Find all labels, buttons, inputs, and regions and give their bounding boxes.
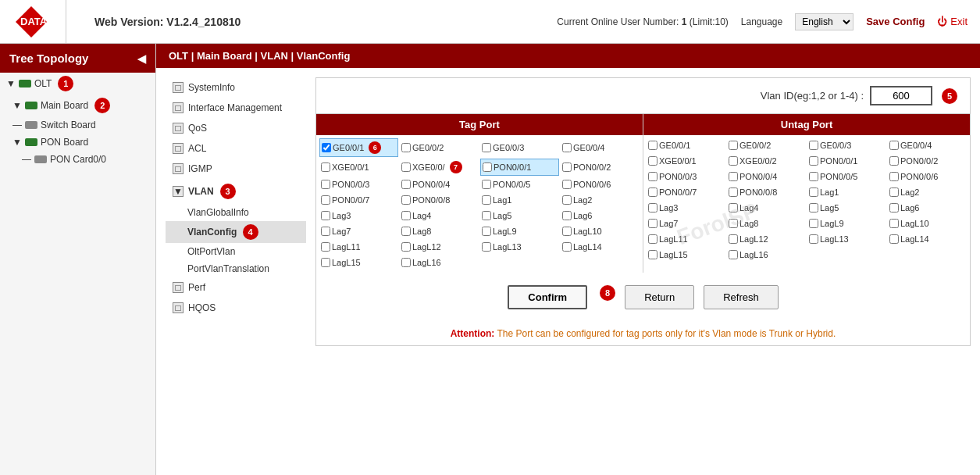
untag-port-pon004[interactable]: PON0/0/4 [727, 170, 806, 184]
untag-port-pon003[interactable]: PON0/0/3 [647, 170, 725, 184]
return-button[interactable]: Return [625, 285, 694, 309]
untag-port-lag4[interactable]: Lag4 [727, 201, 806, 215]
tag-port-pon008[interactable]: PON0/0/8 [400, 193, 479, 207]
untag-port-lag4-checkbox[interactable] [729, 203, 738, 212]
tag-port-pon008-checkbox[interactable] [401, 195, 411, 205]
untag-port-lag1-checkbox[interactable] [809, 188, 818, 197]
vlan-id-input[interactable] [870, 86, 932, 105]
untag-port-pon001-checkbox[interactable] [809, 156, 818, 166]
tag-port-pon007-checkbox[interactable] [321, 195, 330, 205]
tag-port-lag7[interactable]: Lag7 [319, 224, 398, 238]
tag-port-lagl10[interactable]: LagL10 [561, 224, 640, 238]
untag-port-xge001-checkbox[interactable] [648, 156, 657, 166]
untag-port-lag6-checkbox[interactable] [889, 203, 899, 212]
nav-hqos[interactable]: □ HQOS [166, 298, 306, 318]
tag-port-lagl9-checkbox[interactable] [482, 227, 491, 236]
untag-port-lag5[interactable]: Lag5 [807, 201, 886, 215]
untag-port-ge004-checkbox[interactable] [889, 141, 899, 150]
untag-port-pon002[interactable]: PON0/0/2 [888, 154, 967, 168]
untag-port-lagl12-checkbox[interactable] [729, 234, 738, 244]
nav-igmp[interactable]: □ IGMP [166, 159, 306, 179]
tag-port-lag5[interactable]: Lag5 [480, 209, 559, 223]
tag-port-xge000-checkbox[interactable] [401, 162, 411, 172]
tag-port-pon005-checkbox[interactable] [482, 180, 491, 189]
tag-port-lag4[interactable]: Lag4 [400, 209, 479, 223]
tag-port-lagl11-checkbox[interactable] [321, 242, 330, 252]
untag-port-pon005[interactable]: PON0/0/5 [807, 170, 886, 184]
tag-port-lag3-checkbox[interactable] [321, 211, 330, 220]
collapse-icon[interactable]: ◀ [137, 52, 146, 65]
tag-port-xge001[interactable]: XGE0/0/1 [319, 159, 398, 176]
untag-port-lagl10-checkbox[interactable] [889, 219, 899, 228]
untag-port-ge003[interactable]: GE0/0/3 [807, 138, 886, 152]
tag-port-lagl9[interactable]: LagL9 [480, 224, 559, 238]
tag-port-lag3[interactable]: Lag3 [319, 209, 398, 223]
untag-port-lag8[interactable]: Lag8 [727, 216, 806, 230]
untag-port-lagl14[interactable]: LagL14 [888, 232, 967, 246]
tag-port-lagl11[interactable]: LagL11 [319, 240, 398, 254]
untag-port-xge002[interactable]: XGE0/0/2 [727, 154, 806, 168]
tag-port-pon003[interactable]: PON0/0/3 [319, 177, 398, 191]
nav-oltportvlan[interactable]: OltPortVlan [166, 243, 306, 260]
nav-portvlantranslation[interactable]: PortVlanTranslation [166, 260, 306, 277]
untag-port-lag7[interactable]: Lag7 [647, 216, 725, 230]
untag-port-lagl10[interactable]: LagL10 [888, 216, 967, 230]
save-config-link[interactable]: Save Config [866, 16, 925, 27]
untag-port-lagl15-checkbox[interactable] [648, 250, 657, 259]
tag-port-lagl14[interactable]: LagL14 [561, 240, 640, 254]
nav-perf[interactable]: □ Perf [166, 277, 306, 298]
tag-port-pon001-checkbox[interactable] [483, 162, 492, 172]
tag-port-ge001-checkbox[interactable] [322, 143, 331, 152]
untag-port-pon004-checkbox[interactable] [729, 172, 738, 181]
untag-port-lag2-checkbox[interactable] [889, 188, 899, 197]
tag-port-lagl15[interactable]: LagL15 [319, 255, 398, 270]
untag-port-lagl13[interactable]: LagL13 [807, 232, 886, 246]
tag-port-ge002-checkbox[interactable] [401, 143, 411, 152]
untag-port-lagl16[interactable]: LagL16 [727, 248, 806, 262]
tag-port-ge004[interactable]: GE0/0/4 [561, 138, 640, 157]
untag-port-ge001-checkbox[interactable] [648, 141, 657, 150]
untag-port-ge004[interactable]: GE0/0/4 [888, 138, 967, 152]
refresh-button[interactable]: Refresh [704, 285, 779, 309]
untag-port-xge001[interactable]: XGE0/0/1 [647, 154, 725, 168]
tag-port-xge001-checkbox[interactable] [321, 162, 330, 172]
tag-port-lagl10-checkbox[interactable] [562, 227, 572, 236]
tag-port-lag6-checkbox[interactable] [562, 211, 572, 220]
sidebar-item-poncard[interactable]: — PON Card0/0 [0, 151, 155, 168]
untag-port-pon007[interactable]: PON0/0/7 [647, 185, 725, 199]
tag-port-lag5-checkbox[interactable] [482, 211, 491, 220]
nav-vlan[interactable]: ▼ VLAN 3 [166, 179, 306, 204]
tag-port-pon004[interactable]: PON0/0/4 [400, 177, 479, 191]
tag-port-lag8-checkbox[interactable] [401, 227, 411, 236]
sidebar-item-mainboard[interactable]: ▼ Main Board 2 [0, 95, 155, 116]
tag-port-lagl12-checkbox[interactable] [401, 242, 411, 252]
untag-port-lagl11[interactable]: LagL11 [647, 232, 725, 246]
tag-port-pon005[interactable]: PON0/0/5 [480, 177, 559, 191]
untag-port-lagl12[interactable]: LagL12 [727, 232, 806, 246]
nav-qos[interactable]: □ QoS [166, 118, 306, 138]
tag-port-pon002[interactable]: PON0/0/2 [561, 159, 640, 176]
nav-vlanconfig[interactable]: VlanConfig 4 [166, 221, 306, 243]
tag-port-ge004-checkbox[interactable] [562, 143, 572, 152]
tag-port-pon004-checkbox[interactable] [401, 180, 411, 189]
nav-vlanglobalinfo[interactable]: VlanGlobalInfo [166, 204, 306, 221]
tag-port-lag4-checkbox[interactable] [401, 211, 411, 220]
untag-port-pon006[interactable]: PON0/0/6 [888, 170, 967, 184]
tag-port-lag1[interactable]: Lag1 [480, 193, 559, 207]
untag-port-pon001[interactable]: PON0/0/1 [807, 154, 886, 168]
untag-port-lagl11-checkbox[interactable] [648, 234, 657, 244]
untag-port-lagl9-checkbox[interactable] [809, 219, 818, 228]
tag-port-lag1-checkbox[interactable] [482, 195, 491, 205]
tag-port-lagl16-checkbox[interactable] [401, 258, 411, 267]
untag-port-lag3[interactable]: Lag3 [647, 201, 725, 215]
tag-port-lag2[interactable]: Lag2 [561, 193, 640, 207]
untag-port-pon006-checkbox[interactable] [889, 172, 899, 181]
tag-port-lag8[interactable]: Lag8 [400, 224, 479, 238]
nav-systeminfo[interactable]: □ SystemInfo [166, 77, 306, 98]
tag-port-lagl13-checkbox[interactable] [482, 242, 491, 252]
tag-port-pon001[interactable]: PON0/0/1 [480, 159, 559, 176]
untag-port-lag3-checkbox[interactable] [648, 203, 657, 212]
tag-port-ge003-checkbox[interactable] [482, 143, 491, 152]
confirm-button[interactable]: Confirm [508, 285, 587, 309]
untag-port-pon002-checkbox[interactable] [889, 156, 899, 166]
